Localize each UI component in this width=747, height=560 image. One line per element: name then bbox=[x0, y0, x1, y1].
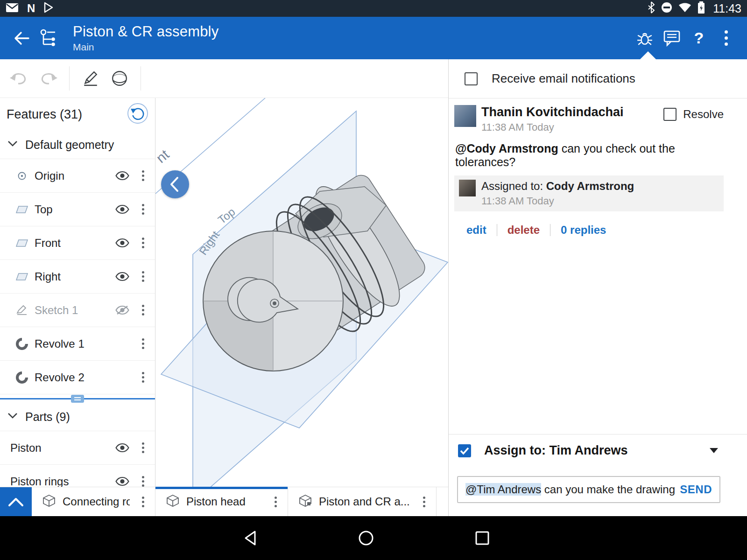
shaded-view-button[interactable] bbox=[105, 64, 134, 93]
edit-link[interactable]: edit bbox=[466, 224, 486, 237]
redo-button[interactable] bbox=[34, 64, 63, 93]
tab-menu-button[interactable] bbox=[415, 497, 433, 507]
nav-home-button[interactable] bbox=[356, 528, 376, 548]
overflow-menu-button[interactable] bbox=[712, 25, 740, 52]
rollback-handle[interactable] bbox=[71, 395, 84, 403]
origin-icon bbox=[14, 170, 30, 182]
report-bug-button[interactable] bbox=[631, 25, 658, 52]
feature-label: Revolve 2 bbox=[35, 371, 111, 384]
author-avatar bbox=[454, 105, 476, 127]
comment-author: Thanin Kovitchindachai bbox=[481, 105, 663, 119]
assignee-avatar bbox=[459, 180, 476, 196]
feature-label: Right bbox=[35, 270, 111, 283]
tab-label: Connecting rod bbox=[63, 495, 130, 508]
feature-menu-button[interactable] bbox=[134, 271, 152, 282]
modeling-toolbar bbox=[0, 59, 448, 98]
collapse-panel-button[interactable] bbox=[161, 170, 189, 198]
email-notifications-label: Receive email notifications bbox=[492, 71, 635, 86]
assigned-block: Assigned to: Cody Armstrong 11:38 AM Tod… bbox=[454, 175, 724, 211]
document-title-block: Piston & CR assembly Main bbox=[73, 23, 218, 53]
sketch-tool-button[interactable] bbox=[76, 64, 105, 93]
visibility-eye-icon[interactable] bbox=[111, 238, 134, 248]
play-store-notification-icon bbox=[43, 2, 54, 15]
visibility-eye-icon[interactable] bbox=[111, 476, 134, 486]
feature-row-top-plane[interactable]: Top bbox=[0, 193, 155, 226]
group-default-geometry[interactable]: Default geometry bbox=[0, 131, 155, 159]
notification-icons: N bbox=[6, 2, 54, 15]
overflow-icon bbox=[725, 30, 728, 46]
nav-back-button[interactable] bbox=[241, 528, 261, 548]
part-label: Piston bbox=[10, 441, 111, 455]
features-header-label: Features (31) bbox=[7, 107, 127, 122]
group-parts[interactable]: Parts (9) bbox=[0, 403, 155, 431]
tab-menu-button[interactable] bbox=[266, 497, 285, 507]
part-menu-button[interactable] bbox=[134, 476, 152, 487]
feature-menu-button[interactable] bbox=[134, 170, 152, 181]
comments-panel-notch bbox=[640, 51, 656, 59]
feature-row-origin[interactable]: Origin bbox=[0, 159, 155, 193]
part-menu-button[interactable] bbox=[134, 442, 152, 453]
feature-menu-button[interactable] bbox=[134, 204, 152, 215]
visibility-eye-icon[interactable] bbox=[111, 272, 134, 281]
features-panel: Features (31) Default geometry Origin bbox=[0, 98, 155, 487]
tab-piston-head[interactable]: Piston head bbox=[155, 487, 288, 516]
resolve-checkbox[interactable] bbox=[663, 108, 677, 121]
recents-square-icon bbox=[476, 532, 488, 544]
feature-label: Revolve 1 bbox=[35, 337, 111, 350]
assign-to-row[interactable]: Assign to: Tim Andrews bbox=[449, 434, 747, 467]
resolve-control[interactable]: Resolve bbox=[663, 108, 724, 121]
feature-row-revolve1[interactable]: Revolve 1 bbox=[0, 327, 155, 361]
expand-tabs-button[interactable] bbox=[0, 487, 32, 516]
assign-to-label: Assign to: Tim Andrews bbox=[484, 443, 710, 458]
send-button[interactable]: SEND bbox=[680, 483, 712, 496]
feature-menu-button[interactable] bbox=[134, 238, 152, 248]
comment-text: @Cody Armstrong can you check out the to… bbox=[455, 142, 724, 169]
comments-button[interactable] bbox=[658, 25, 685, 52]
email-notifications-checkbox[interactable] bbox=[465, 72, 478, 85]
replies-link[interactable]: 0 replies bbox=[561, 224, 606, 237]
plane-icon bbox=[14, 272, 30, 281]
visibility-eye-icon[interactable] bbox=[111, 171, 134, 181]
feature-label: Origin bbox=[35, 169, 111, 182]
action-divider bbox=[497, 224, 497, 236]
feature-menu-button[interactable] bbox=[134, 338, 152, 349]
visibility-eye-icon[interactable] bbox=[111, 443, 134, 453]
assigned-line: Assigned to: Cody Armstrong bbox=[481, 180, 634, 193]
mention: @Cody Armstrong bbox=[455, 142, 558, 155]
feature-row-sketch1[interactable]: Sketch 1 bbox=[0, 294, 155, 327]
feature-tree-icon[interactable] bbox=[35, 25, 62, 52]
feature-row-revolve2[interactable]: Revolve 2 bbox=[0, 361, 155, 394]
chevron-down-icon bbox=[7, 140, 18, 149]
feature-row-right-plane[interactable]: Right bbox=[0, 260, 155, 294]
delete-link[interactable]: delete bbox=[507, 224, 540, 237]
assignee-dropdown-caret-icon[interactable] bbox=[710, 448, 718, 453]
comment-composer[interactable]: @Tim Andrews can you make the drawings f… bbox=[457, 476, 720, 503]
email-notifications-row[interactable]: Receive email notifications bbox=[449, 59, 747, 98]
feature-menu-button[interactable] bbox=[134, 305, 152, 315]
assign-checkbox[interactable] bbox=[458, 444, 471, 457]
back-button[interactable] bbox=[7, 25, 35, 52]
viewport-3d-scene[interactable]: nt Top Right bbox=[155, 98, 448, 487]
chevron-up-icon bbox=[9, 499, 22, 505]
nav-recents-button[interactable] bbox=[472, 528, 492, 548]
rollback-history-button[interactable] bbox=[127, 103, 148, 126]
resolve-label: Resolve bbox=[683, 108, 724, 121]
tab-piston-cr-assembly[interactable]: Piston and CR a... bbox=[288, 487, 437, 516]
feature-menu-button[interactable] bbox=[134, 372, 152, 383]
tab-connecting-rod[interactable]: Connecting rod bbox=[32, 487, 155, 516]
feature-label: Top bbox=[35, 203, 111, 216]
android-nav-bar bbox=[0, 516, 747, 560]
part-label: Piston rings bbox=[10, 475, 111, 487]
part-row-piston-rings[interactable]: Piston rings bbox=[0, 465, 155, 487]
model-viewport[interactable]: nt Top Right bbox=[155, 98, 448, 487]
part-row-piston[interactable]: Piston bbox=[0, 431, 155, 465]
tab-menu-button[interactable] bbox=[134, 497, 152, 507]
comment-input[interactable]: @Tim Andrews can you make the drawings f… bbox=[465, 483, 675, 496]
piston-model[interactable] bbox=[203, 171, 429, 371]
help-button[interactable]: ? bbox=[685, 25, 712, 52]
undo-button[interactable] bbox=[5, 64, 34, 93]
plane-icon bbox=[14, 205, 30, 214]
visibility-eye-off-icon[interactable] bbox=[111, 305, 134, 315]
feature-row-front-plane[interactable]: Front bbox=[0, 226, 155, 260]
visibility-eye-icon[interactable] bbox=[111, 204, 134, 214]
